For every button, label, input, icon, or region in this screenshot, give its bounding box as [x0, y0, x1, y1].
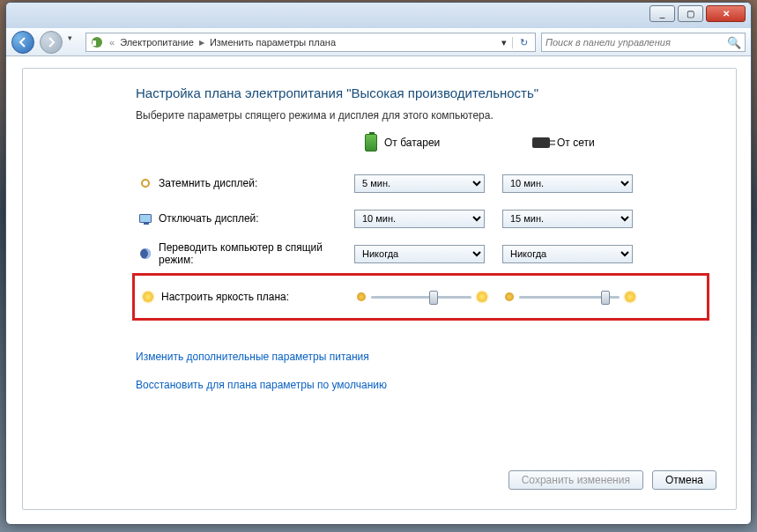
slider-thumb[interactable] [429, 291, 438, 305]
link-restore-defaults[interactable]: Восстановить для плана параметры по умол… [136, 379, 709, 391]
sleep-ac-select[interactable]: Никогда [502, 245, 633, 263]
sleep-battery-select[interactable]: Никогда [354, 245, 485, 263]
brightness-label: Настроить яркость плана: [158, 291, 357, 303]
content-panel: Настройка плана электропитания "Высокая … [22, 68, 737, 510]
page-title: Настройка плана электропитания "Высокая … [136, 85, 709, 100]
page-subtitle: Выберите параметры спящего режима и дисп… [136, 109, 709, 122]
forward-button[interactable] [40, 31, 63, 54]
sleep-label: Переводить компьютер в спящий режим: [155, 241, 354, 266]
link-advanced-settings[interactable]: Изменить дополнительные параметры питани… [136, 351, 709, 363]
minimize-button[interactable]: _ [649, 5, 675, 22]
power-options-icon [90, 35, 104, 49]
cancel-button[interactable]: Отмена [652, 470, 716, 490]
sun-big-icon [477, 292, 487, 302]
sun-small-icon [357, 292, 366, 301]
sun-big-icon [625, 292, 635, 302]
brightness-highlight-box: Настроить яркость плана: [132, 273, 709, 321]
search-icon: 🔍 [727, 36, 741, 49]
address-bar[interactable]: « Электропитание ▶ Изменить параметры пл… [85, 33, 536, 52]
breadcrumb-chevron-root: « [109, 37, 115, 48]
search-box[interactable]: 🔍 [541, 33, 746, 52]
brightness-battery-slider[interactable] [357, 289, 487, 305]
off-battery-select[interactable]: 10 мин. [354, 210, 485, 228]
column-ac: От сети [532, 134, 656, 151]
address-dropdown[interactable]: ▾ [501, 37, 507, 48]
save-button[interactable]: Сохранить изменения [508, 470, 643, 490]
arrow-left-icon [16, 35, 30, 49]
column-battery: От батареи [365, 134, 488, 151]
history-dropdown[interactable]: ▾ [68, 33, 80, 51]
dim-label: Затемнить дисплей: [155, 177, 354, 189]
off-label: Отключать дисплей: [155, 212, 354, 225]
refresh-button[interactable]: ↻ [512, 37, 531, 48]
breadcrumb-edit-plan[interactable]: Изменить параметры плана [210, 37, 336, 48]
moon-icon [140, 248, 151, 259]
additional-links: Изменить дополнительные параметры питани… [136, 351, 709, 391]
dim-ac-select[interactable]: 10 мин. [502, 174, 633, 193]
slider-thumb[interactable] [601, 291, 610, 305]
dim-battery-select[interactable]: 5 мин. [354, 174, 485, 193]
row-turn-off-display: Отключать дисплей: 10 мин. 15 мин. [136, 201, 709, 236]
back-button[interactable] [11, 31, 34, 54]
breadcrumb-power[interactable]: Электропитание [120, 37, 194, 48]
column-battery-label: От батареи [384, 137, 440, 149]
chevron-right-icon: ▶ [199, 39, 204, 47]
svg-rect-1 [93, 41, 96, 46]
sun-small-icon [505, 292, 514, 301]
row-dim-display: Затемнить дисплей: 5 мин. 10 мин. [136, 166, 709, 201]
battery-icon [365, 134, 377, 151]
brightness-icon [143, 292, 153, 302]
row-sleep: Переводить компьютер в спящий режим: Ник… [136, 236, 709, 271]
row-brightness: Настроить яркость плана: [138, 279, 703, 314]
titlebar: _ ▢ ✕ [6, 3, 751, 28]
navigation-bar: ▾ « Электропитание ▶ Изменить параметры … [6, 28, 751, 56]
arrow-right-icon [44, 35, 58, 49]
column-ac-label: От сети [557, 137, 595, 149]
search-input[interactable] [545, 37, 727, 48]
maximize-button[interactable]: ▢ [678, 5, 703, 22]
column-headers: От батареи От сети [365, 134, 709, 151]
plug-icon [532, 137, 550, 148]
control-panel-window: _ ▢ ✕ ▾ « Электропитание ▶ Изменить пара… [5, 2, 752, 525]
monitor-icon [139, 214, 152, 223]
action-buttons: Сохранить изменения Отмена [508, 470, 716, 490]
close-button[interactable]: ✕ [706, 5, 746, 22]
dim-icon [141, 179, 150, 188]
off-ac-select[interactable]: 15 мин. [502, 210, 633, 228]
brightness-ac-slider[interactable] [505, 289, 635, 305]
